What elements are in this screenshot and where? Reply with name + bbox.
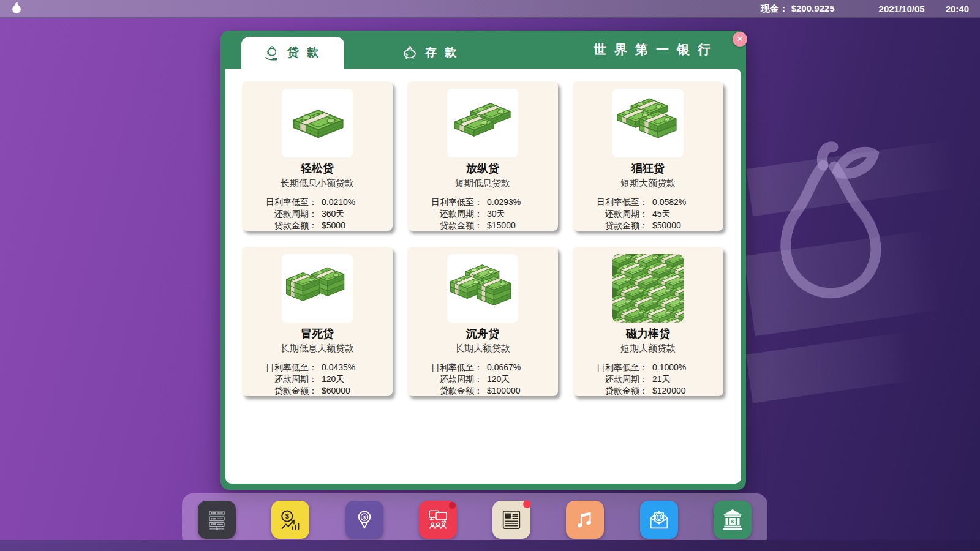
newspaper-icon (497, 506, 526, 534)
loan-desc: 短期低息贷款 (407, 178, 558, 189)
bank-window-header: $ 贷款 % 存款 世界第一银行 ✕ (221, 31, 746, 69)
dock-item-servers[interactable] (198, 501, 236, 539)
rate-label: 日利率低至： (407, 362, 483, 373)
amount-label: 贷款金额： (573, 220, 648, 231)
period-label: 还款周期： (573, 208, 648, 219)
period-value: 360天 (317, 208, 393, 219)
period-value: 21天 (648, 373, 723, 384)
loan-card-changkuangdai[interactable]: 猖狂贷 短期大额贷款 日利率低至： 0.0582% 还款周期： 45天 贷款金额… (573, 81, 723, 231)
dollar-pin-icon: $ (350, 506, 379, 534)
period-value: 30天 (483, 208, 558, 219)
tab-loans[interactable]: $ 贷款 (241, 37, 344, 69)
amount-label: 贷款金额： (242, 220, 317, 231)
rate-value: 0.0435% (317, 362, 393, 373)
rate-label: 日利率低至： (573, 197, 648, 208)
cash-bundle-x7-icon (447, 254, 518, 323)
period-label: 还款周期： (242, 208, 317, 219)
amount-value: $120000 (648, 385, 723, 396)
tab-deposits-label: 存款 (425, 45, 464, 61)
chat-people-icon (424, 506, 452, 534)
amount-label: 贷款金额： (407, 220, 483, 231)
dock-item-map[interactable]: $ (345, 501, 383, 539)
wallpaper-band (746, 332, 917, 403)
period-label: 还款周期： (242, 373, 317, 384)
loan-name: 沉舟贷 (407, 326, 558, 341)
rate-value: 0.0582% (648, 197, 723, 208)
period-value: 120天 (317, 373, 393, 384)
pear-logo-icon (9, 1, 24, 17)
loan-desc: 短期大额贷款 (573, 178, 723, 189)
rate-value: 0.0293% (483, 197, 558, 208)
loan-name: 磁力棒贷 (573, 326, 723, 341)
hand-money-bag-icon: $ (263, 43, 281, 62)
loan-name: 放纵贷 (407, 161, 558, 176)
loan-desc: 长期低息小额贷款 (242, 178, 393, 189)
amount-label: 贷款金额： (407, 385, 483, 396)
dock: $ $ (182, 493, 767, 546)
game-date: 2021/10/05 (879, 4, 925, 14)
loan-name: 轻松贷 (242, 161, 393, 176)
svg-text:$: $ (731, 519, 734, 525)
svg-text:$: $ (363, 515, 366, 520)
loan-card-cilibangdai[interactable]: 磁力棒贷 短期大额贷款 日利率低至： 0.1000% 还款周期： 21天 贷款金… (573, 247, 723, 396)
amount-value: $50000 (648, 220, 723, 231)
dock-item-mail[interactable] (640, 501, 678, 539)
cash-bundle-x6-icon (282, 254, 353, 323)
period-label: 还款周期： (407, 208, 483, 219)
rate-label: 日利率低至： (242, 197, 317, 208)
rate-value: 0.0210% (317, 197, 393, 208)
notification-dot (449, 502, 456, 509)
loan-name: 冒死贷 (242, 326, 393, 341)
loan-card-maosidai[interactable]: 冒死贷 长期低息大额贷款 日利率低至： 0.0435% 还款周期： 120天 贷… (242, 247, 393, 396)
music-note-icon (571, 506, 598, 533)
dock-item-news[interactable] (492, 501, 530, 539)
tab-loans-label: 贷款 (287, 45, 326, 61)
svg-text:$: $ (285, 512, 290, 520)
piggy-bank-icon: % (401, 43, 419, 62)
wallpaper-band (746, 140, 959, 217)
top-status-bar: 现金： $200.9225 2021/10/05 20:40 (0, 0, 980, 18)
period-label: 还款周期： (407, 373, 483, 384)
amount-label: 贷款金额： (573, 385, 648, 396)
cash-bundle-x1-icon (282, 89, 353, 157)
loan-card-fangzongdai[interactable]: 放纵贷 短期低息贷款 日利率低至： 0.0293% 还款周期： 30天 贷款金额… (407, 81, 558, 231)
loans-panel: 轻松贷 长期低息小额贷款 日利率低至： 0.0210% 还款周期： 360天 贷… (225, 69, 741, 484)
bank-icon: $ (718, 506, 747, 534)
loan-desc: 长期低息大额贷款 (242, 343, 393, 354)
loan-card-qingsongdai[interactable]: 轻松贷 长期低息小额贷款 日利率低至： 0.0210% 还款周期： 360天 贷… (242, 81, 393, 231)
close-icon[interactable]: ✕ (733, 32, 747, 47)
bank-window: $ 贷款 % 存款 世界第一银行 ✕ (221, 31, 746, 490)
loan-name: 猖狂贷 (573, 161, 723, 176)
pear-wallpaper-icon (751, 136, 883, 372)
svg-text:%: % (404, 51, 415, 57)
tab-deposits[interactable]: % 存款 (385, 37, 477, 69)
period-value: 120天 (483, 373, 558, 384)
period-value: 45天 (648, 208, 723, 219)
desktop: 现金： $200.9225 2021/10/05 20:40 $ 贷款 (0, 0, 980, 551)
dock-item-social[interactable] (419, 501, 457, 539)
money-chart-icon: $ (276, 506, 304, 534)
cash-pile-full-icon (612, 254, 684, 323)
amount-value: $5000 (317, 220, 393, 231)
amount-label: 贷款金额： (242, 385, 317, 396)
dock-item-music[interactable] (566, 501, 604, 539)
wallpaper-band (744, 230, 943, 336)
period-label: 还款周期： (573, 373, 648, 384)
notification-dot (523, 500, 531, 508)
rate-value: 0.1000% (648, 362, 723, 373)
amount-value: $100000 (483, 385, 558, 396)
bank-title: 世界第一银行 (594, 31, 718, 69)
dock-item-stocks[interactable]: $ (271, 501, 309, 539)
game-time: 20:40 (946, 4, 969, 14)
cash-label: 现金： (761, 3, 788, 15)
rate-label: 日利率低至： (573, 362, 648, 373)
loan-card-chenzhoudai[interactable]: 沉舟贷 长期大额贷款 日利率低至： 0.0667% 还款周期： 120天 贷款金… (407, 247, 558, 396)
loan-desc: 短期大额贷款 (573, 343, 723, 354)
server-icon (203, 506, 230, 534)
rate-value: 0.0667% (483, 362, 558, 373)
cash-bundle-x2-icon (447, 89, 518, 157)
cash-value: $200.9225 (791, 3, 835, 15)
mail-at-icon (645, 506, 673, 534)
dock-item-bank[interactable]: $ (714, 501, 752, 539)
svg-text:$: $ (267, 50, 277, 55)
